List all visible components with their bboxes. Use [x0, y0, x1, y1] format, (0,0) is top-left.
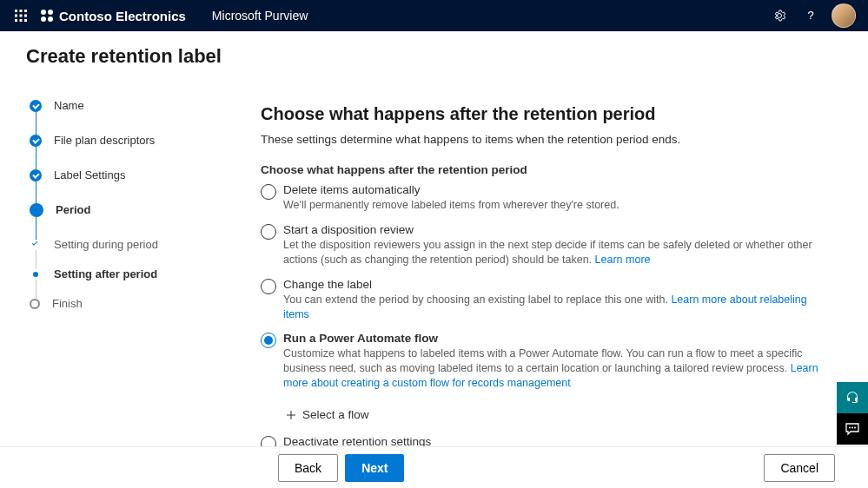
radio-option-change-label[interactable]: Change the label You can extend the peri… [261, 278, 833, 322]
svg-rect-4 [20, 15, 23, 17]
svg-rect-3 [15, 15, 17, 17]
org-logo-icon [40, 9, 54, 23]
select-a-flow-button[interactable]: Select a flow [285, 408, 369, 421]
step-label: Label Settings [54, 168, 125, 181]
next-button[interactable]: Next [345, 454, 404, 482]
org-name: Contoso Electronics [59, 9, 186, 23]
step-dot-upcoming-icon [30, 299, 40, 309]
cancel-button[interactable]: Cancel [764, 454, 835, 482]
svg-point-11 [41, 16, 46, 22]
step-dot-completed-icon [30, 169, 42, 181]
svg-rect-5 [24, 15, 27, 17]
radio-title[interactable]: Delete items automatically [283, 183, 833, 196]
svg-point-10 [48, 10, 53, 15]
avatar[interactable] [832, 3, 856, 28]
step-dot-completed-icon [30, 135, 42, 147]
step-finish[interactable]: Finish [30, 297, 245, 332]
radio-option-deactivate-retention[interactable]: Deactivate retention settings Labeled it… [261, 435, 833, 446]
radio-title[interactable]: Change the label [283, 278, 833, 291]
select-flow-label: Select a flow [302, 408, 369, 421]
radio-icon[interactable] [261, 333, 276, 348]
radio-desc: We'll permanently remove labeled items f… [283, 198, 833, 213]
step-label: Setting during period [54, 238, 158, 251]
radio-title[interactable]: Run a Power Automate flow [283, 332, 833, 345]
radio-icon[interactable] [261, 436, 276, 446]
step-dot-sub-done-icon [32, 241, 39, 248]
radio-desc: You can extend the period by choosing an… [283, 293, 833, 322]
plus-icon [285, 409, 297, 421]
step-setting-during-period[interactable]: Setting during period [30, 238, 245, 267]
svg-rect-8 [24, 19, 27, 22]
floating-feedback-buttons [837, 382, 868, 445]
svg-text:?: ? [807, 9, 813, 22]
panel-heading: Choose what happens after the retention … [261, 104, 833, 124]
radio-title[interactable]: Start a disposition review [283, 223, 833, 236]
radio-icon[interactable] [261, 224, 276, 240]
headset-support-icon[interactable] [837, 382, 868, 413]
step-dot-current-icon [30, 203, 43, 217]
wizard-main-panel: Choose what happens after the retention … [261, 83, 868, 446]
step-label: Name [54, 99, 84, 112]
step-file-plan-descriptors[interactable]: File plan descriptors [30, 134, 245, 168]
product-name[interactable]: Microsoft Purview [212, 9, 308, 23]
org-brand: Contoso Electronics [40, 9, 186, 23]
svg-point-15 [851, 427, 853, 429]
radio-option-run-power-automate-flow[interactable]: Run a Power Automate flow Customize what… [261, 332, 833, 391]
step-label: Period [56, 203, 90, 216]
panel-subtitle: These settings determine what happens to… [261, 133, 833, 146]
radio-title[interactable]: Deactivate retention settings [283, 435, 833, 446]
step-label: Setting after period [54, 267, 157, 280]
back-button[interactable]: Back [278, 454, 338, 482]
svg-rect-0 [15, 10, 17, 12]
svg-rect-2 [24, 10, 27, 12]
svg-rect-6 [15, 19, 17, 22]
radio-desc: Customize what happens to labeled items … [283, 346, 833, 391]
svg-point-12 [48, 16, 53, 22]
app-header: Contoso Electronics Microsoft Purview ? [0, 0, 868, 31]
svg-point-16 [854, 427, 856, 429]
app-launcher-icon[interactable] [7, 2, 35, 30]
wizard-stepper: Name File plan descriptors Label Setting… [0, 83, 261, 446]
step-label-settings[interactable]: Label Settings [30, 168, 245, 203]
svg-point-14 [849, 427, 851, 429]
feedback-chat-icon[interactable] [837, 413, 868, 445]
step-dot-completed-icon [30, 100, 42, 112]
help-icon[interactable]: ? [795, 0, 826, 31]
settings-icon[interactable] [764, 0, 795, 31]
page-title: Create retention label [0, 31, 868, 82]
step-label: File plan descriptors [54, 134, 155, 147]
svg-rect-1 [20, 10, 23, 12]
wizard-footer: Back Next Cancel [0, 446, 868, 488]
radio-option-disposition-review[interactable]: Start a disposition review Let the dispo… [261, 223, 833, 267]
radio-desc: Let the disposition reviewers you assign… [283, 238, 833, 267]
radio-icon[interactable] [261, 184, 276, 200]
learn-more-link[interactable]: Learn more [595, 254, 651, 266]
section-label: Choose what happens after the retention … [261, 163, 833, 176]
step-setting-after-period[interactable]: Setting after period [30, 267, 245, 297]
step-name[interactable]: Name [30, 99, 245, 134]
svg-point-9 [41, 10, 46, 15]
step-dot-sub-current-icon [33, 272, 38, 277]
step-label: Finish [52, 297, 83, 310]
step-period[interactable]: Period [30, 203, 245, 238]
radio-icon[interactable] [261, 279, 276, 294]
svg-rect-7 [20, 19, 23, 22]
radio-option-delete-automatically[interactable]: Delete items automatically We'll permane… [261, 183, 833, 213]
